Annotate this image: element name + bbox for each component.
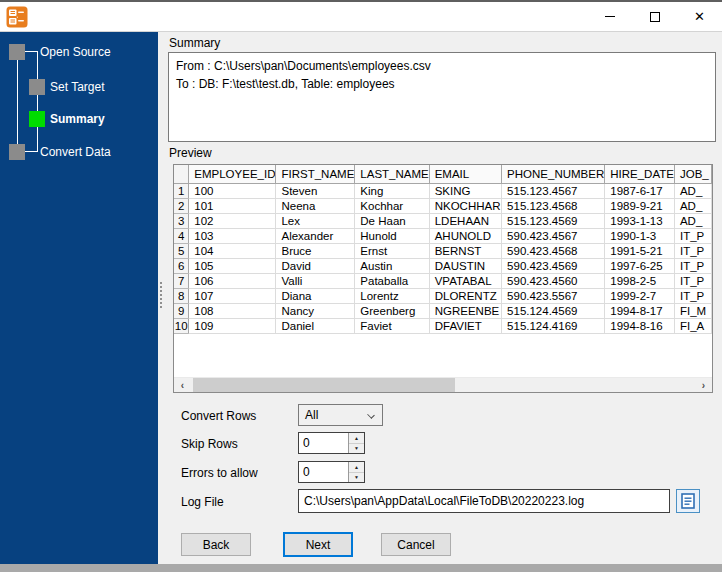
table-cell[interactable]: DFAVIET <box>429 318 501 333</box>
table-cell[interactable]: 590.423.4567 <box>502 228 605 243</box>
table-cell[interactable]: Valli <box>276 273 355 288</box>
row-number-cell[interactable]: 8 <box>174 288 189 303</box>
table-cell[interactable]: Faviet <box>355 318 429 333</box>
skip-rows-down-icon[interactable]: ▼ <box>349 444 364 454</box>
sidebar-item-summary[interactable]: Summary <box>50 111 105 127</box>
table-cell[interactable]: IT_P <box>674 228 711 243</box>
table-cell[interactable]: 1994-8-16 <box>605 318 675 333</box>
sidebar-item-open-source[interactable]: Open Source <box>40 44 111 60</box>
row-number-cell[interactable]: 3 <box>174 213 189 228</box>
table-cell[interactable]: Lorentz <box>355 288 429 303</box>
table-cell[interactable]: IT_P <box>674 273 711 288</box>
table-cell[interactable]: 1993-1-13 <box>605 213 675 228</box>
table-cell[interactable]: SKING <box>429 183 501 198</box>
table-cell[interactable]: Greenberg <box>355 303 429 318</box>
minimize-button[interactable] <box>587 2 632 31</box>
table-cell[interactable]: NKOCHHAR <box>429 198 501 213</box>
table-cell[interactable]: LDEHAAN <box>429 213 501 228</box>
table-cell[interactable]: 1999-2-7 <box>605 288 675 303</box>
table-cell[interactable]: BERNST <box>429 243 501 258</box>
maximize-button[interactable] <box>632 2 677 31</box>
table-cell[interactable]: AD_ <box>674 198 711 213</box>
table-cell[interactable]: 1987-6-17 <box>605 183 675 198</box>
table-cell[interactable]: 515.124.4569 <box>502 303 605 318</box>
table-cell[interactable]: Alexander <box>276 228 355 243</box>
table-cell[interactable]: 107 <box>189 288 276 303</box>
cancel-button[interactable]: Cancel <box>381 533 451 556</box>
row-number-cell[interactable]: 1 <box>174 183 189 198</box>
row-number-cell[interactable]: 6 <box>174 258 189 273</box>
table-cell[interactable]: AD_ <box>674 183 711 198</box>
table-cell[interactable]: IT_P <box>674 258 711 273</box>
table-cell[interactable]: 102 <box>189 213 276 228</box>
table-cell[interactable]: 515.124.4169 <box>502 318 605 333</box>
table-cell[interactable]: FI_A <box>674 318 711 333</box>
row-number-cell[interactable]: 2 <box>174 198 189 213</box>
table-cell[interactable]: 109 <box>189 318 276 333</box>
table-cell[interactable]: NGREENBE <box>429 303 501 318</box>
sidebar-item-set-target[interactable]: Set Target <box>50 79 104 95</box>
table-cell[interactable]: 100 <box>189 183 276 198</box>
table-cell[interactable]: Steven <box>276 183 355 198</box>
column-header[interactable]: LAST_NAME <box>355 165 429 183</box>
table-cell[interactable]: 103 <box>189 228 276 243</box>
table-cell[interactable]: Ernst <box>355 243 429 258</box>
table-cell[interactable]: 1998-2-5 <box>605 273 675 288</box>
table-cell[interactable]: VPATABAL <box>429 273 501 288</box>
table-cell[interactable]: 1989-9-21 <box>605 198 675 213</box>
table-cell[interactable]: DLORENTZ <box>429 288 501 303</box>
table-cell[interactable]: AD_ <box>674 213 711 228</box>
table-cell[interactable]: David <box>276 258 355 273</box>
table-cell[interactable]: AHUNOLD <box>429 228 501 243</box>
convert-rows-select[interactable]: All <box>298 404 383 426</box>
table-cell[interactable]: Hunold <box>355 228 429 243</box>
log-file-browse-button[interactable] <box>676 489 700 513</box>
table-cell[interactable]: DAUSTIN <box>429 258 501 273</box>
close-button[interactable]: ✕ <box>677 2 722 31</box>
skip-rows-input[interactable] <box>299 433 348 453</box>
table-cell[interactable]: 515.123.4568 <box>502 198 605 213</box>
row-number-cell[interactable]: 10 <box>174 318 189 333</box>
table-cell[interactable]: Daniel <box>276 318 355 333</box>
row-number-cell[interactable]: 4 <box>174 228 189 243</box>
table-cell[interactable]: 108 <box>189 303 276 318</box>
table-cell[interactable]: Austin <box>355 258 429 273</box>
errors-up-icon[interactable]: ▲ <box>349 462 364 473</box>
column-header[interactable]: PHONE_NUMBER <box>502 165 605 183</box>
table-cell[interactable]: 515.123.4567 <box>502 183 605 198</box>
log-file-input[interactable] <box>298 489 670 513</box>
table-cell[interactable]: 106 <box>189 273 276 288</box>
table-cell[interactable]: Lex <box>276 213 355 228</box>
column-header[interactable]: JOB_ <box>674 165 711 183</box>
column-header[interactable]: HIRE_DATE <box>605 165 675 183</box>
back-button[interactable]: Back <box>181 533 251 556</box>
table-cell[interactable]: 1990-1-3 <box>605 228 675 243</box>
table-cell[interactable]: 1994-8-17 <box>605 303 675 318</box>
errors-to-allow-input[interactable] <box>299 462 348 482</box>
column-header[interactable]: EMPLOYEE_ID <box>189 165 276 183</box>
errors-down-icon[interactable]: ▼ <box>349 473 364 483</box>
table-cell[interactable]: IT_P <box>674 243 711 258</box>
table-cell[interactable]: 590.423.4560 <box>502 273 605 288</box>
scrollbar-thumb[interactable] <box>193 378 455 393</box>
table-cell[interactable]: Kochhar <box>355 198 429 213</box>
next-button[interactable]: Next <box>283 532 353 557</box>
table-cell[interactable]: 101 <box>189 198 276 213</box>
table-cell[interactable]: 590.423.4568 <box>502 243 605 258</box>
table-cell[interactable]: 104 <box>189 243 276 258</box>
table-cell[interactable]: 1997-6-25 <box>605 258 675 273</box>
table-cell[interactable]: Nancy <box>276 303 355 318</box>
row-number-header[interactable] <box>174 165 189 183</box>
skip-rows-up-icon[interactable]: ▲ <box>349 433 364 444</box>
table-cell[interactable]: De Haan <box>355 213 429 228</box>
table-cell[interactable]: Neena <box>276 198 355 213</box>
column-header[interactable]: FIRST_NAME <box>276 165 355 183</box>
row-number-cell[interactable]: 9 <box>174 303 189 318</box>
table-cell[interactable]: Pataballa <box>355 273 429 288</box>
row-number-cell[interactable]: 7 <box>174 273 189 288</box>
table-cell[interactable]: 590.423.5567 <box>502 288 605 303</box>
table-cell[interactable]: 1991-5-21 <box>605 243 675 258</box>
scroll-right-arrow-icon[interactable]: › <box>695 378 712 393</box>
table-cell[interactable]: IT_P <box>674 288 711 303</box>
table-cell[interactable]: Diana <box>276 288 355 303</box>
